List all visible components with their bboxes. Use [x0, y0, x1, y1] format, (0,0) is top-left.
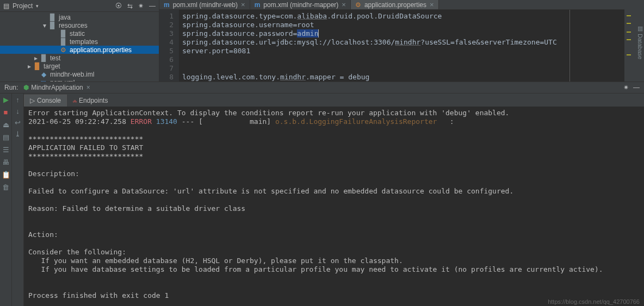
- soft-wrap-icon[interactable]: ↩: [15, 118, 21, 127]
- tree-label: test: [50, 54, 60, 62]
- layout-icon[interactable]: ▤: [3, 133, 9, 141]
- code-editor[interactable]: 12345678 spring.datasource.type=com.alib…: [159, 10, 624, 82]
- settings-icon[interactable]: ✷: [138, 2, 144, 10]
- project-dropdown-icon[interactable]: ▾: [36, 3, 39, 9]
- iml-icon: ◆: [39, 71, 48, 78]
- console-tab[interactable]: ▷ Console: [24, 95, 67, 107]
- run-settings-icon[interactable]: ✷: [623, 84, 629, 91]
- right-tool-strip: ▥ Database m Maven: [632, 0, 644, 82]
- m-icon: m: [255, 1, 261, 9]
- tree-label: mindhr-web.iml: [50, 71, 94, 78]
- endpoints-tab-label: Endpoints: [79, 97, 108, 104]
- prop-icon: ⚙: [355, 1, 361, 9]
- tree-item[interactable]: ▉templates: [0, 38, 159, 46]
- tree-item[interactable]: ▉java: [0, 13, 159, 21]
- tree-label: target: [44, 63, 60, 70]
- console-output[interactable]: Error starting ApplicationContext. To di…: [24, 107, 644, 306]
- tab-close-icon[interactable]: ×: [241, 1, 245, 9]
- dump-icon[interactable]: 📋: [2, 171, 10, 179]
- run-label: Run:: [4, 84, 18, 91]
- tab-label: pom.xml (mindhr-web): [173, 1, 238, 9]
- line-gutter: 12345678: [159, 10, 179, 82]
- run-sub-tabs: ▷ Console ஃ Endpoints: [24, 93, 644, 107]
- run-config-icon: ⬢: [23, 84, 29, 91]
- scroll-end-icon[interactable]: ⤓: [15, 130, 21, 138]
- tree-item[interactable]: ◆mindhr-web.iml: [0, 70, 159, 78]
- folder-icon: ▉: [48, 14, 57, 21]
- project-tree[interactable]: ▉java▾▉resources▉static▉templates⚙applic…: [0, 12, 159, 82]
- code-text[interactable]: spring.datasource.type=com.alibaba.druid…: [179, 10, 570, 82]
- folder-icon: ▉: [59, 38, 67, 46]
- locate-icon[interactable]: ⦿: [115, 2, 122, 10]
- run-actions-col: ▶ ■ ⏏ ▤ ☰ 🖶 📋 🗑: [0, 93, 12, 306]
- exit-icon[interactable]: ⏏: [3, 121, 9, 129]
- tree-label: resources: [59, 22, 88, 29]
- endpoints-tab[interactable]: ஃ Endpoints: [67, 95, 114, 107]
- project-header: ▤ Project ▾ ⦿ ⇆ ✷ —: [0, 0, 159, 12]
- editor-right-stripe: [624, 0, 632, 82]
- stop-icon[interactable]: ■: [4, 108, 8, 116]
- prop-icon: ⚙: [59, 46, 67, 54]
- print-icon[interactable]: 🖶: [2, 158, 9, 166]
- m-icon: m: [164, 1, 170, 9]
- console-actions-col: ↑ ↓ ↩ ⤓: [12, 93, 24, 306]
- tab-close-icon[interactable]: ×: [342, 1, 346, 9]
- database-tool-button[interactable]: ▥ Database: [637, 25, 644, 59]
- project-panel: ▤ Project ▾ ⦿ ⇆ ✷ — ▉java▾▉resources▉sta…: [0, 0, 159, 82]
- tab-label: pom.xml (mindhr-mapper): [263, 1, 338, 9]
- run-config-name[interactable]: MindhrApplication: [31, 84, 83, 91]
- down-icon[interactable]: ↓: [16, 107, 20, 115]
- run-hide-icon[interactable]: —: [633, 84, 640, 91]
- tab-label: application.properties: [364, 1, 426, 9]
- tree-item[interactable]: ▉static: [0, 29, 159, 38]
- tab-close-icon[interactable]: ×: [430, 1, 434, 9]
- tree-item[interactable]: ▸▉test: [0, 54, 159, 62]
- tree-label: java: [59, 14, 71, 21]
- delete-icon[interactable]: 🗑: [2, 183, 9, 191]
- rerun-icon[interactable]: ▶: [3, 96, 9, 104]
- run-toolbar: Run: ⬢ MindhrApplication × ✷ —: [0, 82, 644, 93]
- tree-label: static: [70, 30, 85, 38]
- editor-area: mpom.xml (mindhr-web)×mpom.xml (mindhr-m…: [159, 0, 624, 82]
- hide-icon[interactable]: —: [149, 2, 156, 10]
- console-tab-label: Console: [37, 97, 61, 104]
- watermark: https://blog.csdn.net/qq_42700766: [548, 298, 640, 305]
- folder-icon: ▉: [59, 30, 67, 38]
- endpoints-tab-icon: ஃ: [73, 97, 77, 104]
- filter-icon[interactable]: ☰: [3, 146, 9, 154]
- run-config-close[interactable]: ×: [86, 84, 90, 91]
- tree-item[interactable]: ▾▉resources: [0, 21, 159, 29]
- tree-label: application.properties: [70, 46, 132, 54]
- editor-tabs: mpom.xml (mindhr-web)×mpom.xml (mindhr-m…: [159, 0, 624, 10]
- console-tab-icon: ▷: [30, 97, 35, 104]
- console-area: ▶ ■ ⏏ ▤ ☰ 🖶 📋 🗑 ↑ ↓ ↩ ⤓ ▷ Console ஃ Endp…: [0, 93, 644, 306]
- editor-tab[interactable]: ⚙application.properties×: [351, 0, 439, 9]
- project-title[interactable]: Project: [13, 2, 33, 10]
- editor-tab[interactable]: mpom.xml (mindhr-mapper)×: [250, 0, 351, 9]
- expand-icon[interactable]: ⇆: [127, 2, 133, 10]
- folder-icon: ▉: [48, 22, 57, 29]
- tree-item[interactable]: ▸▉target: [0, 62, 159, 70]
- project-tool-icon: ▤: [3, 2, 9, 10]
- tree-item[interactable]: ⚙application.properties: [0, 46, 159, 54]
- folder-orange-icon: ▉: [33, 63, 41, 70]
- editor-tab[interactable]: mpom.xml (mindhr-web)×: [159, 0, 250, 9]
- tree-label: templates: [70, 38, 98, 46]
- up-icon[interactable]: ↑: [16, 96, 20, 104]
- folder-icon: ▉: [39, 54, 48, 62]
